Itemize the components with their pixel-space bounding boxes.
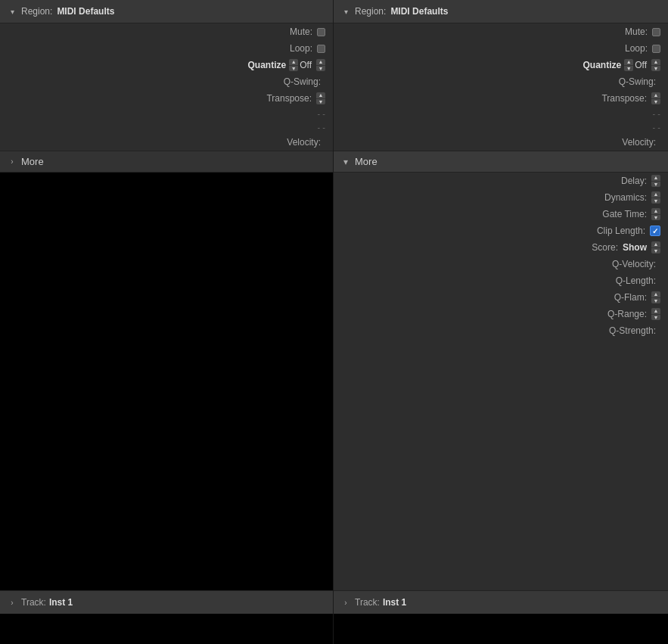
right-track-label: Track:: [355, 597, 380, 608]
right-quantize-row: Quantize ▲ ▼ Off ▲ ▼: [334, 57, 668, 73]
right-transpose-stepper[interactable]: ▲ ▼: [651, 92, 660, 104]
left-loop-label: Loop:: [290, 43, 312, 54]
right-dash-row-1: - -: [334, 107, 668, 120]
left-quantize-right-up[interactable]: ▲: [316, 59, 325, 66]
left-quantize-stepper[interactable]: ▲ ▼: [289, 59, 298, 71]
left-more-label: More: [21, 156, 44, 167]
right-quantize-right-stepper[interactable]: ▲ ▼: [651, 59, 660, 71]
right-loop-label: Loop:: [625, 43, 648, 54]
right-delay-up[interactable]: ▲: [651, 175, 660, 182]
right-delay-label: Delay:: [621, 176, 647, 186]
left-velocity-row: Velocity:: [0, 134, 333, 151]
right-q-range-stepper[interactable]: ▲ ▼: [651, 308, 660, 320]
right-loop-checkbox[interactable]: [652, 45, 660, 53]
left-region-label: Region:: [21, 6, 52, 17]
right-track-row[interactable]: › Track: Inst 1: [334, 590, 668, 614]
left-transpose-label: Transpose:: [266, 93, 312, 104]
left-mute-label: Mute:: [290, 26, 312, 37]
right-q-range-row: Q-Range: ▲ ▼: [334, 306, 668, 322]
left-empty-area: [0, 173, 333, 590]
right-clip-length-label: Clip Length:: [597, 226, 645, 236]
right-quantize-value: Off: [635, 60, 647, 70]
right-score-value: Show: [623, 242, 647, 253]
left-dash-2: - -: [318, 123, 325, 132]
right-quantize-stepper[interactable]: ▲ ▼: [624, 59, 633, 71]
left-region-name: MIDI Defaults: [57, 6, 114, 17]
left-quantize-label: Quantize: [248, 60, 287, 70]
right-more-row[interactable]: ▾ More: [334, 151, 668, 173]
right-panel: ▾ Region: MIDI Defaults Mute: Loop: Quan…: [334, 0, 668, 644]
right-dash-1: - -: [653, 109, 660, 118]
right-gate-time-up[interactable]: ▲: [651, 208, 660, 215]
right-q-length-row: Q-Length:: [334, 272, 668, 289]
right-gate-time-stepper[interactable]: ▲ ▼: [651, 208, 660, 220]
right-q-flam-label: Q-Flam:: [614, 292, 647, 303]
right-q-flam-down[interactable]: ▼: [651, 298, 660, 304]
left-transpose-up[interactable]: ▲: [316, 92, 325, 99]
left-quantize-down[interactable]: ▼: [289, 66, 298, 72]
right-score-up[interactable]: ▲: [651, 241, 660, 248]
left-velocity-label: Velocity:: [287, 137, 321, 148]
right-gate-time-down[interactable]: ▼: [651, 215, 660, 221]
left-track-chevron: ›: [8, 598, 17, 607]
right-transpose-down[interactable]: ▼: [651, 99, 660, 105]
left-more-chevron: ›: [8, 157, 17, 166]
right-score-row: Score: Show ▲ ▼: [334, 239, 668, 256]
left-transpose-down[interactable]: ▼: [316, 99, 325, 105]
left-track-row[interactable]: › Track: Inst 1: [0, 590, 333, 614]
right-gate-time-row: Gate Time: ▲ ▼: [334, 206, 668, 222]
right-dynamics-up[interactable]: ▲: [651, 191, 660, 198]
left-qswing-row: Q-Swing:: [0, 73, 333, 90]
right-region-name: MIDI Defaults: [390, 6, 448, 17]
right-q-flam-up[interactable]: ▲: [651, 291, 660, 298]
right-dash-2: - -: [653, 123, 660, 132]
left-mute-checkbox[interactable]: [317, 28, 325, 36]
right-bottom-black: [334, 614, 668, 644]
left-quantize-value: Off: [300, 60, 312, 70]
left-dash-1: - -: [318, 109, 325, 118]
right-q-flam-stepper[interactable]: ▲ ▼: [651, 291, 660, 303]
right-gate-time-label: Gate Time:: [602, 209, 647, 219]
left-quantize-right-stepper[interactable]: ▲ ▼: [316, 59, 325, 71]
right-clip-length-row: Clip Length:: [334, 222, 668, 239]
right-quantize-label: Quantize: [583, 60, 622, 70]
right-quantize-up[interactable]: ▲: [624, 59, 633, 66]
right-q-flam-row: Q-Flam: ▲ ▼: [334, 289, 668, 306]
right-section-header: ▾ Region: MIDI Defaults: [334, 0, 668, 23]
right-velocity-row: Velocity:: [334, 134, 668, 151]
right-transpose-row: Transpose: ▲ ▼: [334, 90, 668, 107]
left-transpose-stepper[interactable]: ▲ ▼: [316, 92, 325, 104]
right-delay-down[interactable]: ▼: [651, 182, 660, 188]
right-delay-stepper[interactable]: ▲ ▼: [651, 175, 660, 187]
right-q-range-down[interactable]: ▼: [651, 315, 660, 321]
left-track-value: Inst 1: [49, 597, 73, 608]
left-loop-checkbox[interactable]: [317, 45, 325, 53]
right-dynamics-stepper[interactable]: ▲ ▼: [651, 191, 660, 204]
right-quantize-right-down[interactable]: ▼: [651, 66, 660, 72]
right-q-range-label: Q-Range:: [607, 309, 647, 319]
right-mute-checkbox[interactable]: [652, 28, 660, 36]
right-region-label: Region:: [355, 6, 386, 17]
right-quantize-down[interactable]: ▼: [624, 66, 633, 72]
right-transpose-up[interactable]: ▲: [651, 92, 660, 99]
left-quantize-up[interactable]: ▲: [289, 59, 298, 66]
right-velocity-label: Velocity:: [622, 137, 656, 148]
right-dynamics-down[interactable]: ▼: [651, 198, 660, 204]
left-more-row[interactable]: › More: [0, 151, 333, 173]
right-collapse-chevron[interactable]: ▾: [341, 7, 350, 16]
right-qswing-label: Q-Swing:: [619, 76, 656, 87]
left-dash-row-2: - -: [0, 120, 333, 134]
right-dynamics-row: Dynamics: ▲ ▼: [334, 189, 668, 206]
right-more-label: More: [355, 156, 377, 167]
right-track-chevron: ›: [341, 598, 350, 607]
right-dynamics-label: Dynamics:: [604, 192, 647, 203]
left-quantize-right-down[interactable]: ▼: [316, 66, 325, 72]
right-quantize-right-up[interactable]: ▲: [651, 59, 660, 66]
right-clip-length-checkbox[interactable]: [650, 226, 660, 236]
left-collapse-chevron[interactable]: ▾: [8, 7, 17, 16]
right-score-stepper[interactable]: ▲ ▼: [651, 241, 660, 254]
right-q-range-up[interactable]: ▲: [651, 308, 660, 315]
right-mute-label: Mute:: [625, 26, 648, 37]
right-score-down[interactable]: ▼: [651, 248, 660, 254]
right-track-value: Inst 1: [383, 597, 406, 608]
